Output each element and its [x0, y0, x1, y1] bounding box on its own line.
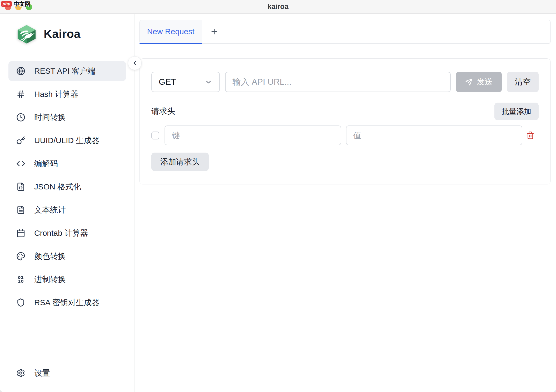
- clock-icon: [16, 113, 25, 122]
- kairoa-logo-icon: [16, 24, 37, 44]
- code-icon: [16, 159, 25, 168]
- add-header-label: 添加请求头: [160, 157, 200, 167]
- tab-bar: New Request: [139, 20, 551, 44]
- api-url-input[interactable]: [225, 72, 451, 92]
- sidebar-item-rsa[interactable]: RSA 密钥对生成器: [8, 293, 126, 313]
- sidebar-item-label: JSON 格式化: [34, 182, 81, 192]
- sidebar-item-label: 文本统计: [34, 205, 66, 215]
- add-header-row: 添加请求头: [151, 153, 539, 171]
- sidebar-item-uuid[interactable]: UUID/ULID 生成器: [8, 130, 126, 150]
- add-tab-button[interactable]: [202, 20, 226, 43]
- sidebar-item-radix[interactable]: 进制转换: [8, 269, 126, 289]
- add-header-button[interactable]: 添加请求头: [151, 153, 209, 171]
- calendar-icon: [16, 229, 25, 238]
- sidebar-item-label: 颜色转换: [34, 251, 66, 262]
- sidebar-item-label: 编解码: [34, 158, 58, 169]
- sidebar-item-color[interactable]: 颜色转换: [8, 246, 126, 266]
- sidebar-item-hash[interactable]: Hash 计算器: [8, 84, 126, 104]
- sidebar-item-json[interactable]: JSON 格式化: [8, 177, 126, 197]
- headers-header: 请求头 批量添加: [151, 103, 539, 120]
- window-content: Kairoa REST API 客户端Hash 计算器时间转换UUID/ULID…: [0, 14, 556, 392]
- file-text-icon: [16, 205, 25, 214]
- sidebar-item-label: Crontab 计算器: [34, 228, 88, 239]
- key-icon: [16, 136, 25, 145]
- tab-label: New Request: [147, 27, 194, 36]
- send-button[interactable]: 发送: [456, 72, 502, 92]
- header-row: [151, 125, 539, 145]
- sidebar: Kairoa REST API 客户端Hash 计算器时间转换UUID/ULID…: [0, 14, 135, 392]
- sidebar-item-label: 设置: [34, 368, 50, 379]
- send-icon: [465, 78, 473, 86]
- sidebar-item-label: 进制转换: [34, 274, 66, 285]
- sidebar-item-time[interactable]: 时间转换: [8, 107, 126, 127]
- sidebar-item-label: UUID/ULID 生成器: [34, 135, 100, 146]
- brand-name: Kairoa: [44, 27, 81, 41]
- sidebar-item-rest-api[interactable]: REST API 客户端: [8, 61, 126, 81]
- file-json-icon: [16, 182, 25, 191]
- sidebar-item-label: RSA 密钥对生成器: [34, 297, 100, 308]
- headers-title: 请求头: [151, 106, 175, 117]
- bulk-add-label: 批量添加: [502, 107, 531, 117]
- brand: Kairoa: [0, 14, 135, 44]
- sidebar-item-crontab[interactable]: Crontab 计算器: [8, 223, 126, 243]
- titlebar: kairoa php 中文网: [0, 0, 556, 14]
- trash-icon: [526, 131, 534, 139]
- shield-icon: [16, 298, 25, 307]
- sidebar-item-settings[interactable]: 设置: [8, 363, 126, 383]
- header-key-input[interactable]: [165, 125, 341, 145]
- sidebar-footer: 设置: [0, 354, 135, 392]
- sidebar-item-text-stats[interactable]: 文本统计: [8, 200, 126, 220]
- sidebar-nav: REST API 客户端Hash 计算器时间转换UUID/ULID 生成器编解码…: [0, 61, 135, 316]
- php-cn-watermark: php 中文网: [1, 0, 30, 8]
- chevron-down-icon: [205, 78, 212, 86]
- sidebar-item-label: 时间转换: [34, 112, 66, 123]
- bulk-add-button[interactable]: 批量添加: [494, 103, 539, 120]
- method-select[interactable]: GET: [151, 72, 220, 92]
- php-badge: php: [1, 1, 12, 7]
- window-title: kairoa: [267, 3, 289, 11]
- tab-new-request[interactable]: New Request: [140, 20, 202, 43]
- sidebar-item-label: Hash 计算器: [34, 89, 78, 100]
- send-label: 发送: [477, 77, 493, 87]
- app-window: kairoa php 中文网: [0, 0, 556, 392]
- main-content: New Request GET 发送: [135, 14, 556, 392]
- sidebar-collapse-button[interactable]: [128, 56, 142, 70]
- plus-icon: [210, 27, 219, 36]
- binary-icon: [16, 275, 25, 284]
- chevron-left-icon: [132, 60, 138, 66]
- header-value-input[interactable]: [346, 125, 523, 145]
- url-row: GET 发送 清空: [151, 72, 539, 92]
- watermark-text: 中文网: [14, 0, 30, 8]
- clear-button[interactable]: 清空: [507, 72, 539, 92]
- method-value: GET: [159, 77, 176, 87]
- request-card: GET 发送 清空 请求头 批量添加: [139, 58, 551, 184]
- hash-icon: [16, 90, 25, 99]
- delete-header-button[interactable]: [522, 131, 539, 139]
- settings-icon: [16, 369, 25, 378]
- sidebar-item-codec[interactable]: 编解码: [8, 154, 126, 174]
- header-enabled-checkbox[interactable]: [151, 132, 159, 139]
- sidebar-item-label: REST API 客户端: [34, 66, 96, 77]
- globe-icon: [16, 67, 25, 76]
- clear-label: 清空: [515, 77, 531, 87]
- palette-icon: [16, 252, 25, 261]
